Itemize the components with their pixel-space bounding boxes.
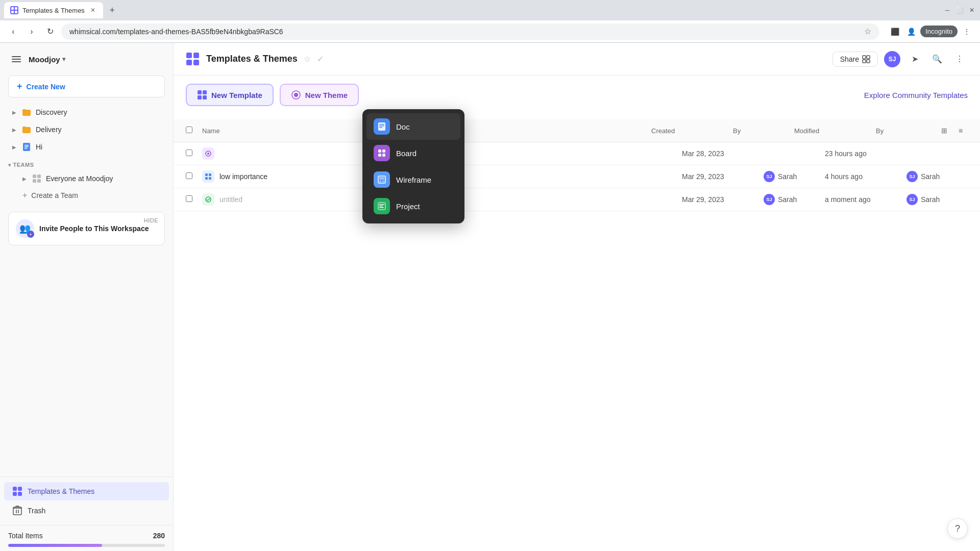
favorite-star-icon[interactable]: ☆ xyxy=(304,54,311,64)
svg-rect-11 xyxy=(22,127,26,128)
search-icon-btn[interactable]: 🔍 xyxy=(929,51,945,67)
row-created: Mar 29, 2023 xyxy=(682,195,764,204)
doc-type-icon xyxy=(374,118,390,135)
dropdown-item-doc[interactable]: Doc xyxy=(366,113,460,140)
svg-rect-14 xyxy=(24,146,29,147)
header-checkbox[interactable] xyxy=(186,126,202,135)
svg-rect-30 xyxy=(186,60,192,65)
sidebar-item-trash[interactable]: Trash xyxy=(4,502,169,520)
browser-titlebar: Templates & Themes ✕ + ─ ⬜ ✕ xyxy=(0,0,980,20)
user-avatar-small: SJ xyxy=(906,194,918,205)
help-btn[interactable]: ? xyxy=(947,518,968,539)
table-header: Name Created By Modified By ⊞ ≡ xyxy=(174,119,980,142)
dropdown-item-label: Project xyxy=(396,202,420,211)
templates-icon xyxy=(12,486,22,496)
reload-btn[interactable]: ↻ xyxy=(43,24,57,39)
row-modified: 23 hours ago xyxy=(825,149,906,158)
col-by: By xyxy=(733,127,794,135)
browser-tab[interactable]: Templates & Themes ✕ xyxy=(4,2,103,18)
svg-rect-31 xyxy=(193,60,199,65)
page-title: Templates & Themes xyxy=(206,54,298,64)
row-by: SJ Sarah xyxy=(764,171,825,182)
explore-community-link[interactable]: Explore Community Templates xyxy=(864,91,968,99)
folder-icon xyxy=(21,107,32,117)
workspace-chevron-icon: ▾ xyxy=(62,56,65,63)
workspace-name[interactable]: Moodjoy ▾ xyxy=(29,55,65,64)
hide-invite-btn[interactable]: HIDE xyxy=(144,217,158,223)
list-view-btn[interactable]: ≡ xyxy=(953,123,968,138)
new-theme-icon xyxy=(291,90,301,100)
sidebar-item-label: Hi xyxy=(36,143,42,151)
svg-rect-37 xyxy=(203,90,207,94)
svg-rect-23 xyxy=(18,492,22,496)
new-tab-btn[interactable]: + xyxy=(105,3,119,17)
chevron-right-icon: ▶ xyxy=(22,176,27,182)
svg-rect-5 xyxy=(12,56,21,57)
col-modified: Modified xyxy=(794,127,876,135)
sidebar-item-delivery[interactable]: ▶ Delivery xyxy=(4,121,169,138)
row-checkbox[interactable] xyxy=(186,172,202,181)
minimize-btn[interactable]: ─ xyxy=(943,6,951,14)
sidebar-toggle-btn[interactable] xyxy=(8,51,24,67)
tab-close-btn[interactable]: ✕ xyxy=(89,6,97,14)
template-item-icon xyxy=(202,170,214,183)
send-icon-btn[interactable]: ➤ xyxy=(906,51,923,67)
address-text: whimsical.com/templates-and-themes-BAS5f… xyxy=(69,28,283,36)
sidebar-item-hi[interactable]: ▶ Hi xyxy=(4,138,169,156)
dropdown-item-project[interactable]: Project xyxy=(366,193,460,219)
extensions-btn[interactable]: ⬛ xyxy=(888,24,902,39)
svg-rect-18 xyxy=(33,179,36,183)
svg-rect-42 xyxy=(378,122,385,131)
dropdown-item-wireframe[interactable]: Wireframe xyxy=(366,166,460,193)
main-header: Templates & Themes ☆ ✓ Share SJ ➤ 🔍 ⋮ xyxy=(174,43,980,76)
user-avatar[interactable]: SJ xyxy=(884,51,900,67)
more-options-btn[interactable]: ⋮ xyxy=(951,51,968,67)
svg-rect-21 xyxy=(18,487,22,491)
board-type-icon xyxy=(374,145,390,161)
teams-section-header[interactable]: ▾ TEAMS xyxy=(0,158,173,170)
svg-rect-45 xyxy=(379,127,382,128)
new-template-btn[interactable]: New Template xyxy=(186,84,274,106)
share-btn[interactable]: Share xyxy=(832,52,878,67)
forward-btn[interactable]: › xyxy=(24,24,39,39)
svg-rect-38 xyxy=(198,95,202,99)
svg-rect-1 xyxy=(11,7,14,10)
svg-rect-19 xyxy=(37,179,41,183)
row-by2: SJ Sarah xyxy=(906,194,968,205)
col-by2: By xyxy=(876,127,937,135)
table-row[interactable]: low importance Mar 29, 2023 SJ Sarah 4 h… xyxy=(174,165,980,188)
sidebar-item-everyone[interactable]: ▶ Everyone at Moodjoy xyxy=(4,170,169,187)
sidebar-item-discovery[interactable]: ▶ Discovery xyxy=(4,104,169,121)
dropdown-item-board[interactable]: Board xyxy=(366,140,460,166)
main-content: Templates & Themes ☆ ✓ Share SJ ➤ 🔍 ⋮ xyxy=(174,43,980,551)
profile-btn[interactable]: 👤 xyxy=(904,24,918,39)
table-row[interactable]: Mar 28, 2023 23 hours ago xyxy=(174,142,980,165)
row-checkbox[interactable] xyxy=(186,195,202,204)
svg-rect-39 xyxy=(203,95,207,99)
sidebar-nav-section: ▶ Discovery ▶ Del xyxy=(0,102,173,158)
create-team-btn[interactable]: + Create a Team xyxy=(0,187,173,204)
row-checkbox[interactable] xyxy=(186,149,202,158)
close-btn[interactable]: ✕ xyxy=(968,6,976,14)
menu-btn[interactable]: ⋮ xyxy=(960,24,974,39)
maximize-btn[interactable]: ⬜ xyxy=(955,6,964,14)
user-avatar-small: SJ xyxy=(906,171,918,182)
share-label: Share xyxy=(840,55,859,63)
new-theme-btn[interactable]: New Theme xyxy=(280,84,359,106)
row-created: Mar 29, 2023 xyxy=(682,172,764,181)
create-new-btn[interactable]: + Create New xyxy=(8,76,165,97)
grid-view-btn[interactable]: ⊞ xyxy=(937,123,951,138)
chevron-right-icon: ▶ xyxy=(12,127,16,133)
back-btn[interactable]: ‹ xyxy=(6,24,20,39)
sidebar-item-templates[interactable]: Templates & Themes xyxy=(4,482,169,500)
table-row[interactable]: untitled Mar 29, 2023 SJ Sarah a moment … xyxy=(174,188,980,211)
address-bar[interactable]: whimsical.com/templates-and-themes-BAS5f… xyxy=(61,23,879,40)
svg-rect-63 xyxy=(209,177,211,180)
svg-point-41 xyxy=(294,93,298,97)
invite-icon: 👥 + xyxy=(16,219,34,238)
theme-item-icon xyxy=(202,147,214,160)
verified-icon: ✓ xyxy=(317,54,324,64)
create-btn-label: Create New xyxy=(27,83,65,91)
svg-rect-57 xyxy=(379,207,384,208)
bookmark-star-icon[interactable]: ☆ xyxy=(864,27,871,36)
